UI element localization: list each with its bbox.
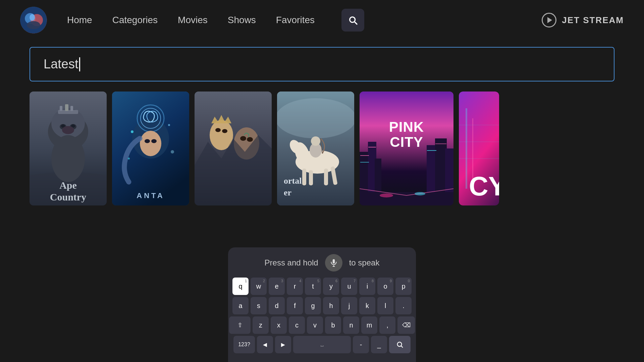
search-bar-container: Latest [30, 47, 614, 81]
svg-text:ortal: ortal [284, 176, 302, 186]
key-c[interactable]: c [289, 316, 305, 334]
search-input-text: Latest [44, 57, 78, 71]
key-k[interactable]: k [359, 297, 375, 314]
key-g[interactable]: g [305, 297, 321, 314]
logo[interactable] [20, 7, 47, 34]
key-r[interactable]: r4 [287, 278, 303, 295]
svg-text:ANTA: ANTA [137, 191, 164, 200]
cyber-poster-partial: CY [459, 92, 499, 205]
key-n[interactable]: n [343, 316, 359, 334]
voice-hint-suffix: to speak [349, 258, 380, 267]
svg-line-84 [401, 346, 403, 348]
svg-rect-64 [368, 147, 376, 147]
svg-text:CITY: CITY [390, 134, 423, 150]
svg-point-30 [128, 158, 130, 160]
nav-links: Home Categories Movies Shows Favorites [67, 9, 542, 32]
movie-card-anta[interactable]: ANTA [112, 92, 189, 205]
key-b[interactable]: b [325, 316, 341, 334]
key-e[interactable]: e3 [269, 278, 285, 295]
key-f[interactable]: f [287, 297, 303, 314]
svg-point-36 [215, 128, 221, 132]
key-backspace[interactable]: ⌫ [397, 316, 415, 334]
key-comma[interactable]: , [379, 316, 395, 334]
movie-card-pink-city[interactable]: PINK CITY [360, 92, 453, 205]
key-y[interactable]: y6 [323, 278, 339, 295]
ape-country-poster: Ape Country [30, 92, 107, 205]
key-right[interactable]: ► [275, 336, 291, 353]
svg-text:er: er [284, 188, 291, 197]
key-w[interactable]: w2 [251, 278, 267, 295]
key-v[interactable]: v [307, 316, 323, 334]
key-s[interactable]: s [251, 297, 267, 314]
card-2-background: ANTA [112, 92, 189, 205]
svg-point-42 [277, 98, 354, 138]
microphone-button[interactable] [325, 254, 342, 272]
nav-favorites[interactable]: Favorites [276, 15, 315, 25]
svg-rect-74 [466, 108, 467, 189]
key-space[interactable]: ⎵ [293, 336, 351, 353]
key-period[interactable]: . [395, 297, 412, 314]
key-o[interactable]: o9 [377, 278, 393, 295]
movie-card-fantasy-drama[interactable] [195, 92, 272, 205]
key-underscore[interactable]: _ [371, 336, 387, 353]
movie-card-cyber-partial[interactable]: CY [459, 92, 499, 205]
svg-rect-80 [332, 259, 335, 263]
voice-hint-prefix: Press and hold [265, 258, 318, 267]
key-l[interactable]: l [377, 297, 393, 314]
search-button[interactable] [341, 9, 364, 32]
key-z[interactable]: z [253, 316, 269, 334]
key-i[interactable]: i8 [359, 278, 375, 295]
nav-home[interactable]: Home [67, 15, 92, 25]
key-123[interactable]: 123? [233, 336, 255, 353]
key-h[interactable]: h [323, 297, 339, 314]
anta-poster: ANTA [112, 92, 189, 205]
svg-point-39 [240, 136, 246, 141]
movie-card-ape-country[interactable]: Ape Country [30, 92, 107, 205]
key-search[interactable] [389, 336, 411, 353]
keyboard-search-icon [396, 341, 404, 348]
svg-rect-44 [302, 169, 306, 185]
movie-card-immortal-rider[interactable]: ortal er [277, 92, 354, 205]
key-t[interactable]: t5 [305, 278, 321, 295]
nav-shows[interactable]: Shows [228, 15, 256, 25]
key-p[interactable]: p0 [395, 278, 412, 295]
text-cursor [79, 57, 80, 71]
logo-image [20, 7, 47, 34]
key-j[interactable]: j [341, 297, 357, 314]
svg-rect-45 [309, 170, 313, 185]
card-3-background [195, 92, 272, 205]
svg-point-25 [140, 131, 161, 156]
brand-name: JET STREAM [562, 15, 624, 25]
key-d[interactable]: d [269, 297, 285, 314]
svg-point-17 [62, 126, 74, 134]
pink-city-poster: PINK CITY [360, 92, 453, 205]
key-m[interactable]: m [361, 316, 377, 334]
nav-movies[interactable]: Movies [178, 15, 208, 25]
brand-play-icon [542, 13, 556, 27]
svg-rect-65 [427, 150, 436, 151]
fantasy-drama-poster [195, 92, 272, 205]
svg-text:Country: Country [50, 191, 86, 202]
keyboard-row-1: q1 w2 e3 r4 t5 y6 u7 i8 o9 p0 [233, 278, 411, 295]
key-dash[interactable]: - [353, 336, 369, 353]
key-left[interactable]: ◄ [257, 336, 273, 353]
svg-point-26 [145, 139, 150, 143]
svg-text:Ape: Ape [59, 180, 77, 191]
keyboard-overlay: Press and hold to speak q1 w2 e3 r4 t5 y… [228, 247, 416, 362]
svg-point-69 [380, 193, 393, 197]
search-icon [347, 15, 358, 25]
voice-hint-bar: Press and hold to speak [233, 254, 411, 272]
svg-rect-62 [360, 155, 369, 156]
svg-point-18 [51, 135, 85, 182]
key-x[interactable]: x [271, 316, 287, 334]
key-shift[interactable]: ⇧ [229, 316, 251, 334]
key-u[interactable]: u7 [341, 278, 357, 295]
search-input-box[interactable]: Latest [30, 47, 614, 81]
immortal-rider-poster: ortal er [277, 92, 354, 205]
nav-categories[interactable]: Categories [112, 15, 158, 25]
svg-point-40 [247, 137, 253, 142]
svg-point-4 [30, 14, 35, 21]
key-q[interactable]: q1 [232, 278, 249, 295]
key-a[interactable]: a [232, 297, 249, 314]
svg-point-28 [131, 130, 133, 133]
